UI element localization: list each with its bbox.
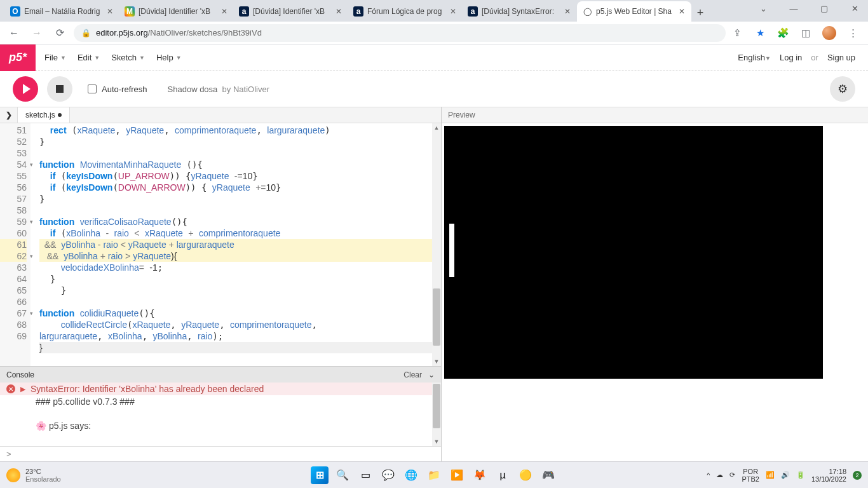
- paddle-shape: [449, 224, 454, 277]
- discord-icon[interactable]: 🎮: [539, 466, 557, 484]
- caret-right-icon[interactable]: ▶: [20, 385, 25, 393]
- auto-refresh-toggle[interactable]: Auto-refresh: [88, 85, 147, 94]
- browser-tab-alura-1[interactable]: a[Dúvida] Identifier 'xB✕: [234, 1, 348, 22]
- window-maximize-button[interactable]: ▢: [815, 4, 834, 13]
- url-input[interactable]: 🔒 editor.p5js.org/NatiOliver/sketches/9h…: [74, 24, 726, 42]
- menu-help[interactable]: Help▼: [156, 53, 182, 62]
- edge-icon[interactable]: 🌐: [402, 466, 420, 484]
- console-scrollbar[interactable]: ▼: [432, 383, 441, 446]
- tab-title: p5.js Web Editor | Sha: [596, 7, 674, 16]
- alura-icon: a: [353, 6, 363, 17]
- language-indicator[interactable]: PORPTB2: [742, 468, 759, 483]
- signup-link[interactable]: Sign up: [827, 53, 855, 62]
- browser-tab-p5js[interactable]: ◯p5.js Web Editor | Sha✕: [577, 1, 691, 22]
- extensions-icon[interactable]: 🧩: [776, 27, 789, 39]
- language-selector[interactable]: English▼: [738, 53, 771, 62]
- new-tab-button[interactable]: +: [691, 4, 709, 22]
- code-area[interactable]: rect (xRaquete, yRaquete, comprimentoraq…: [31, 123, 441, 366]
- p5-menubar: p5* File▼ Edit▼ Sketch▼ Help▼ English▼ L…: [0, 44, 868, 71]
- wifi-icon[interactable]: 📶: [766, 471, 775, 479]
- file-explorer-icon[interactable]: 📁: [425, 466, 443, 484]
- sidepanel-icon[interactable]: ◫: [799, 27, 812, 39]
- firefox-icon[interactable]: 🦊: [471, 466, 489, 484]
- browser-tab-outlook[interactable]: OEmail – Natália Rodrig✕: [5, 1, 119, 22]
- battery-icon[interactable]: 🔋: [796, 471, 805, 479]
- scroll-up-icon[interactable]: ▲: [432, 123, 441, 132]
- scroll-thumb[interactable]: [433, 288, 440, 346]
- console-collapse-button[interactable]: ⌄: [428, 370, 435, 379]
- globe-icon: ◯: [582, 6, 592, 17]
- chevron-down-icon[interactable]: ⌄: [754, 4, 773, 13]
- browser-chrome: ⌄ ― ▢ ✕ OEmail – Natália Rodrig✕ M[Dúvid…: [0, 0, 868, 44]
- profile-avatar[interactable]: [822, 26, 836, 40]
- login-link[interactable]: Log in: [780, 53, 802, 62]
- browser-tab-alura-2[interactable]: aFórum Lógica de prog✕: [348, 1, 463, 22]
- share-icon[interactable]: ⇪: [731, 27, 743, 39]
- browser-tab-alura-3[interactable]: a[Dúvida] SyntaxError:✕: [463, 1, 577, 22]
- close-icon[interactable]: ✕: [677, 7, 686, 16]
- tab-title: [Dúvida] Identifier 'xB: [253, 7, 330, 16]
- stop-button[interactable]: [47, 76, 72, 102]
- back-button[interactable]: ←: [5, 24, 23, 42]
- taskbar-center: ⊞ 🔍 ▭ 💬 🌐 📁 ▶️ 🦊 µ 🟡 🎮: [311, 466, 557, 484]
- chrome-icon[interactable]: 🟡: [517, 466, 534, 484]
- scroll-down-icon[interactable]: ▼: [432, 357, 441, 366]
- onedrive-icon[interactable]: ☁: [716, 471, 723, 479]
- expand-sidebar-button[interactable]: ❯: [0, 107, 18, 123]
- chat-icon[interactable]: 💬: [379, 466, 397, 484]
- menu-icon[interactable]: ⋮: [846, 27, 859, 39]
- start-button[interactable]: ⊞: [311, 466, 329, 484]
- close-icon[interactable]: ✕: [220, 7, 229, 16]
- menu-sketch[interactable]: Sketch▼: [111, 53, 145, 62]
- close-icon[interactable]: ✕: [105, 7, 114, 16]
- utorrent-icon[interactable]: µ: [494, 466, 512, 484]
- scroll-down-icon[interactable]: ▼: [432, 437, 441, 446]
- bookmark-star-icon[interactable]: ★: [754, 27, 766, 39]
- task-view-button[interactable]: ▭: [356, 466, 374, 484]
- preview-header: Preview: [442, 107, 868, 123]
- search-button[interactable]: 🔍: [334, 466, 351, 484]
- lock-icon: 🔒: [81, 29, 91, 37]
- console-clear-button[interactable]: Clear: [403, 370, 422, 379]
- sketch-canvas[interactable]: [444, 126, 823, 379]
- volume-icon[interactable]: 🔊: [781, 471, 790, 479]
- tab-title: [Dúvida] Identifier 'xB: [139, 7, 216, 16]
- code-editor[interactable]: 515253545556575859606162636465666768 69 …: [0, 123, 441, 366]
- browser-tab-gmail[interactable]: M[Dúvida] Identifier 'xB✕: [119, 1, 234, 22]
- editor-scrollbar[interactable]: ▲ ▼: [432, 123, 441, 366]
- sync-icon[interactable]: ⟳: [729, 471, 735, 479]
- close-icon[interactable]: ✕: [334, 7, 343, 16]
- p5-logo[interactable]: p5*: [0, 44, 36, 71]
- reload-button[interactable]: ⟳: [51, 24, 69, 42]
- console-error-row: ✕ ▶ SyntaxError: Identifier 'xBolinha' h…: [0, 383, 441, 395]
- error-message: SyntaxError: Identifier 'xBolinha' has a…: [31, 384, 264, 394]
- line-gutter: 515253545556575859606162636465666768 69: [0, 123, 31, 366]
- settings-button[interactable]: ⚙: [830, 76, 855, 102]
- notification-badge[interactable]: 2: [853, 471, 862, 480]
- close-icon[interactable]: ✕: [449, 7, 458, 16]
- alura-icon: a: [468, 6, 478, 17]
- menu-edit[interactable]: Edit▼: [78, 53, 100, 62]
- window-close-button[interactable]: ✕: [845, 4, 864, 13]
- preview-column: Preview: [442, 107, 868, 461]
- tray-chevron-icon[interactable]: ^: [707, 471, 710, 479]
- youtube-icon[interactable]: ▶️: [448, 466, 466, 484]
- console-input[interactable]: >: [0, 446, 441, 461]
- file-tab-sketch[interactable]: sketch.js: [18, 107, 70, 123]
- windows-taskbar: 23°CEnsolarado ⊞ 🔍 ▭ 💬 🌐 📁 ▶️ 🦊 µ 🟡 🎮 ^ …: [0, 461, 868, 488]
- scroll-thumb[interactable]: [433, 384, 440, 428]
- gear-icon: ⚙: [837, 82, 848, 96]
- forward-button[interactable]: →: [28, 24, 46, 42]
- tab-title: Email – Natália Rodrig: [24, 7, 102, 16]
- clock[interactable]: 17:1813/10/2022: [811, 468, 846, 483]
- window-minimize-button[interactable]: ―: [784, 4, 803, 13]
- caret-down-icon: ▼: [94, 55, 100, 61]
- menu-file[interactable]: File▼: [44, 53, 66, 62]
- close-icon[interactable]: ✕: [563, 7, 572, 16]
- sketch-name[interactable]: Shadow dosa by NatiOliver: [168, 85, 269, 94]
- weather-widget[interactable]: 23°CEnsolarado: [6, 468, 61, 483]
- play-button[interactable]: [13, 76, 38, 102]
- weather-temp: 23°C: [25, 468, 61, 475]
- checkbox-icon: [88, 85, 97, 93]
- unsaved-dot-icon: [58, 113, 62, 117]
